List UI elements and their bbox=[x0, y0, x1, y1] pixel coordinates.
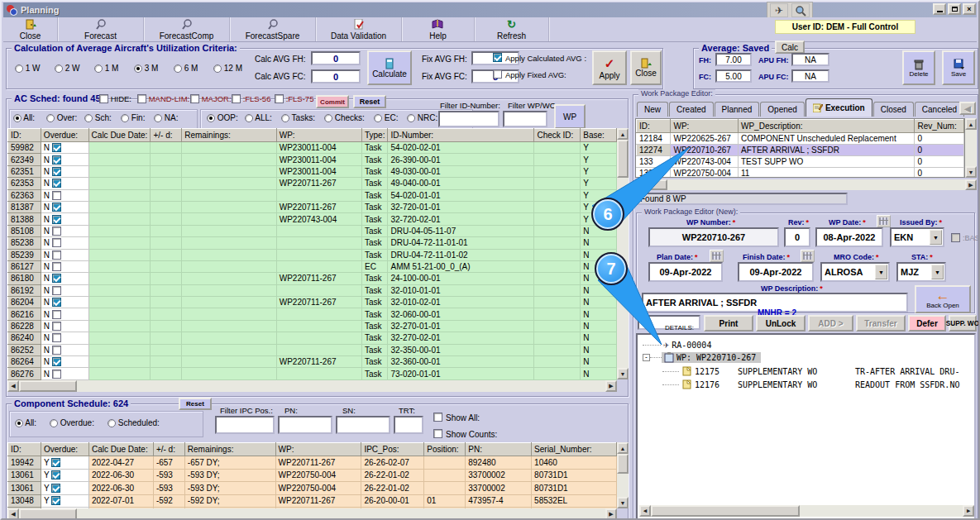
column-header[interactable]: Check ID: bbox=[534, 129, 581, 142]
column-header[interactable]: ID: bbox=[8, 443, 41, 456]
comp-filter-input-2[interactable] bbox=[336, 416, 390, 434]
table-row[interactable]: 13061Y 2022-06-30-593-593 DY;WP220750-00… bbox=[8, 482, 617, 495]
apply-calc-checkbox[interactable] bbox=[493, 53, 502, 62]
checkbox-icon[interactable] bbox=[99, 94, 108, 103]
tree-item-row[interactable]: 12176SUPPLEMENTARY WOREADOUT FROM SSFDR.… bbox=[662, 379, 959, 389]
wp-table-row[interactable]: 13313WP220750-004110 bbox=[637, 168, 964, 179]
radio-icon[interactable] bbox=[94, 64, 103, 73]
column-header[interactable]: Calc Due Date: bbox=[88, 443, 153, 456]
ac-radio-Over[interactable]: Over: bbox=[46, 113, 77, 122]
overdue-checkbox[interactable] bbox=[51, 484, 60, 493]
radio-icon[interactable] bbox=[245, 114, 253, 122]
column-header[interactable]: ID: bbox=[8, 129, 41, 142]
table-row[interactable]: 86276N Task73-020-01-01N bbox=[8, 368, 617, 379]
overdue-checkbox[interactable] bbox=[52, 333, 61, 342]
table-row[interactable]: 62363N Task54-020-01-01Y bbox=[8, 189, 617, 201]
column-header[interactable]: IPC_Pos: bbox=[361, 443, 424, 456]
overdue-checkbox[interactable] bbox=[51, 496, 60, 505]
table-row[interactable]: 86192N Task32-010-01-01N bbox=[8, 284, 617, 296]
collapse-icon[interactable]: - bbox=[643, 354, 650, 361]
calc-fh-field[interactable]: 0 bbox=[311, 51, 361, 65]
ac-checkbox-FLS-56[interactable]: :FLS-56 bbox=[232, 94, 270, 103]
column-header[interactable]: PN: bbox=[466, 443, 532, 456]
period-radio-1M[interactable]: 1 M bbox=[94, 64, 118, 73]
radio-icon[interactable] bbox=[134, 64, 142, 73]
checkbox-icon[interactable] bbox=[232, 94, 241, 103]
radio-icon[interactable] bbox=[174, 64, 182, 73]
refresh-button[interactable]: ↻ Refresh bbox=[475, 17, 549, 41]
radio-icon[interactable] bbox=[84, 114, 93, 122]
column-header[interactable]: Calc Due Date: bbox=[88, 129, 151, 142]
column-header[interactable]: Overdue: bbox=[41, 443, 88, 456]
radio-icon[interactable] bbox=[55, 64, 63, 73]
tab-new[interactable]: New bbox=[637, 102, 668, 117]
plan-date-field[interactable]: 09-Apr-2022 bbox=[648, 262, 723, 282]
tree-wp-row[interactable]: - WP: WP220710-267 bbox=[643, 352, 761, 363]
overdue-checkbox[interactable] bbox=[52, 286, 61, 295]
ac-radio-NRC[interactable]: NRC: bbox=[407, 113, 437, 122]
overdue-checkbox[interactable] bbox=[52, 215, 61, 224]
ac-radio-Tasks[interactable]: Tasks: bbox=[281, 113, 315, 122]
table-row[interactable]: 86216N Task32-060-00-01N bbox=[8, 308, 617, 320]
checkbox-icon[interactable] bbox=[190, 94, 199, 103]
column-header[interactable]: Type: bbox=[362, 129, 388, 142]
table-row[interactable]: 86180N WP220711-267Task24-100-00-01N bbox=[8, 273, 617, 284]
ac-radio-Sch[interactable]: Sch: bbox=[84, 113, 112, 122]
column-header[interactable]: WP_Description: bbox=[739, 120, 915, 133]
period-radio-12M[interactable]: 12 M bbox=[213, 64, 242, 73]
ac-radio-EC[interactable]: EC: bbox=[374, 113, 398, 122]
minimize-button[interactable] bbox=[933, 3, 946, 15]
tab-scroll-left-button[interactable]: ◀ bbox=[959, 102, 976, 115]
comp-filter-input-1[interactable] bbox=[278, 416, 332, 434]
commit-button[interactable]: Commit bbox=[316, 95, 349, 108]
period-radio-2W[interactable]: 2 W bbox=[55, 64, 80, 73]
radio-icon[interactable] bbox=[50, 419, 58, 427]
issued-by-combo[interactable]: EKN▼ bbox=[890, 227, 944, 247]
tab-execution[interactable]: Execution bbox=[806, 98, 872, 117]
comp-filter-input-0[interactable] bbox=[215, 416, 275, 434]
overdue-checkbox[interactable] bbox=[52, 298, 61, 307]
ac-radio-Fin[interactable]: Fin: bbox=[121, 113, 145, 122]
restore-button[interactable] bbox=[948, 3, 961, 15]
radio-icon[interactable] bbox=[154, 114, 162, 122]
wp-number-field[interactable]: WP220710-267 bbox=[648, 227, 779, 247]
calc-fc-field[interactable]: 0 bbox=[311, 69, 361, 83]
overdue-checkbox[interactable] bbox=[52, 357, 61, 366]
overdue-checkbox[interactable] bbox=[52, 227, 61, 236]
chevron-down-icon[interactable]: ▼ bbox=[931, 265, 944, 279]
radio-icon[interactable] bbox=[13, 114, 22, 122]
calendar-icon[interactable] bbox=[801, 250, 815, 262]
table-row[interactable]: 62353N WP220711-267Task49-040-00-01Y bbox=[8, 178, 617, 189]
overdue-checkbox[interactable] bbox=[52, 143, 61, 152]
show-all-checkbox[interactable] bbox=[433, 413, 442, 422]
radio-icon[interactable] bbox=[15, 64, 23, 73]
ac-radio-All[interactable]: All: bbox=[13, 113, 35, 122]
radio-icon[interactable] bbox=[15, 419, 23, 427]
fh-field[interactable]: 7.00 bbox=[715, 53, 752, 66]
column-header[interactable]: Remainings: bbox=[182, 129, 277, 142]
overdue-checkbox[interactable] bbox=[52, 262, 61, 271]
finish-date-field[interactable]: 09-Apr-2022 bbox=[738, 262, 814, 282]
table-row[interactable]: 81387N WP220711-267Task32-720-01-01Y bbox=[8, 201, 617, 212]
filter-id-input[interactable] bbox=[438, 111, 500, 127]
chevron-down-icon[interactable]: ▼ bbox=[930, 230, 942, 245]
overdue-checkbox[interactable] bbox=[52, 167, 61, 176]
table-row[interactable]: 13061Y 2022-06-30-593-593 DY;WP220750-00… bbox=[8, 469, 617, 482]
wp-table-row[interactable]: 133WP220743-004TEST SUPP WO0 bbox=[637, 156, 964, 168]
ac-radio-Checks[interactable]: Checks: bbox=[324, 113, 365, 122]
comp-radio-Scheduled[interactable]: Scheduled: bbox=[108, 418, 160, 427]
radio-icon[interactable] bbox=[121, 114, 129, 122]
ac-radio-ALL[interactable]: ALL: bbox=[245, 113, 272, 122]
table-row[interactable]: 86264N WP220711-267Task32-360-00-01N bbox=[8, 356, 617, 368]
back-open-button[interactable]: ← Back Open bbox=[915, 285, 971, 313]
base-checkbox[interactable] bbox=[951, 233, 960, 242]
wp-table-row[interactable]: 12274WP220710-267AFTER ARRIVAL ; SSFDR0 bbox=[637, 145, 964, 156]
column-header[interactable]: Overdue: bbox=[41, 129, 88, 142]
column-header[interactable]: WP: bbox=[276, 129, 361, 142]
calculate-button[interactable]: Calculate bbox=[367, 50, 412, 85]
comp-radio-Overdue[interactable]: Overdue: bbox=[50, 418, 94, 427]
column-header[interactable]: Serial_Number: bbox=[532, 443, 617, 456]
aircraft-icon[interactable]: ✈ bbox=[770, 3, 788, 17]
comp-radio-All[interactable]: All: bbox=[15, 418, 36, 427]
column-header[interactable]: Remainings: bbox=[184, 443, 275, 456]
